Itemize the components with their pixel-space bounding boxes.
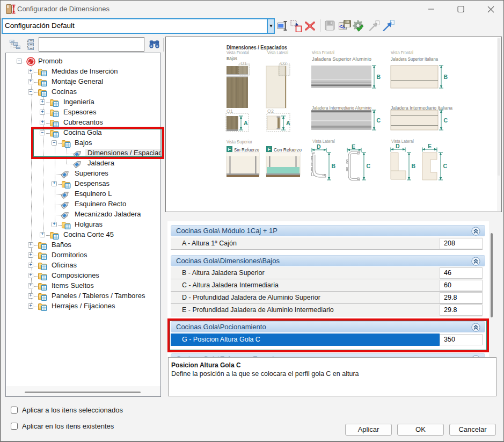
svg-text:D: D (317, 143, 321, 150)
svg-text:Sin Refuerzo: Sin Refuerzo (234, 147, 259, 153)
svg-text:E: E (428, 143, 432, 149)
svg-text:Jaladera Superior Italiana: Jaladera Superior Italiana (391, 56, 439, 62)
svg-text:Bajos: Bajos (227, 55, 237, 61)
svg-text:C: C (444, 117, 448, 124)
svg-text:C: C (367, 163, 371, 169)
svg-text:E: E (352, 143, 355, 150)
svg-text:C: C (377, 117, 381, 124)
svg-text:Vista Frontal: Vista Frontal (312, 50, 334, 55)
svg-text:Vista Frontal: Vista Frontal (227, 50, 249, 55)
svg-text:A: A (286, 120, 290, 126)
svg-text:A: A (244, 120, 248, 126)
svg-text:Vista Frontal: Vista Frontal (391, 50, 413, 55)
svg-text:B: B (444, 74, 448, 80)
svg-text:F: F (268, 147, 271, 152)
svg-text:Vista Superior: Vista Superior (227, 139, 252, 144)
svg-text:B: B (377, 74, 381, 80)
svg-text:F: F (228, 147, 231, 152)
svg-text:C: C (443, 163, 448, 169)
svg-text:B: B (332, 163, 336, 169)
svg-text:Jaladera Intermediario Alumini: Jaladera Intermediario Aluminio (312, 105, 371, 111)
svg-text:Jaladera Superior Aluminio: Jaladera Superior Aluminio (312, 56, 371, 62)
svg-text:Vista Lateral: Vista Lateral (267, 50, 288, 55)
svg-text:Jaladera Intermediario Italian: Jaladera Intermediario Italiana (391, 105, 453, 111)
svg-text:Vista Lateral: Vista Lateral (391, 139, 414, 144)
svg-text:B: B (412, 163, 416, 169)
svg-text:Vista Lateral: Vista Lateral (312, 139, 335, 144)
svg-text:D: D (396, 143, 400, 149)
svg-text:Con Refuerzo: Con Refuerzo (274, 147, 302, 153)
